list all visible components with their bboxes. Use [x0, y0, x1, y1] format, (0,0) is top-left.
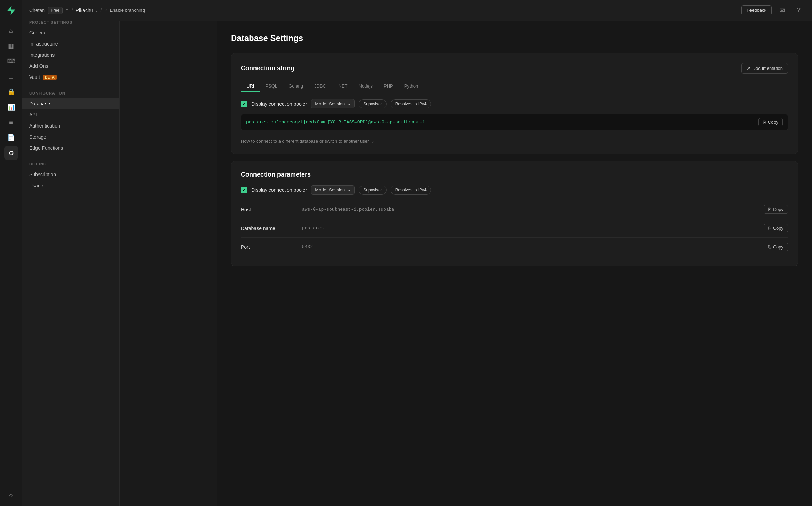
params-mode-select-chevron: ⌄ [347, 187, 351, 193]
rail-settings-icon[interactable]: ⚙ [4, 146, 18, 160]
topbar-notification-icon[interactable]: ✉ [776, 4, 788, 17]
sidebar-item-general-label: General [29, 30, 47, 35]
copy-port-icon: ⎘ [768, 244, 771, 250]
param-host-value: aws-0-ap-southeast-1.pooler.supaba [302, 207, 758, 212]
tab-jdbc[interactable]: JDBC [309, 81, 332, 92]
sidebar-item-integrations-label: Integrations [29, 52, 55, 58]
rail-reports-icon[interactable]: 📊 [4, 100, 18, 114]
copy-dbname-label: Copy [773, 226, 783, 231]
sidebar-item-database[interactable]: Database [22, 98, 119, 109]
vault-beta-badge: BETA [43, 75, 57, 80]
param-row-dbname: Database name postgres ⎘ Copy [241, 219, 788, 238]
how-to-connect-chevron: ⌄ [371, 139, 375, 144]
topbar-project-name[interactable]: Pikachu ⌄ [76, 8, 98, 13]
connection-string-resolves-pill[interactable]: Resolves to IPv4 [391, 99, 431, 108]
documentation-button[interactable]: ↗ Documentation [741, 63, 788, 74]
topbar-project-name-text: Pikachu [76, 8, 93, 13]
tab-golang[interactable]: Golang [283, 81, 309, 92]
connection-params-pooler-label: Display connection pooler [251, 187, 307, 193]
sidebar-item-usage-label: Usage [29, 183, 43, 188]
connection-params-card-header: Connection parameters [241, 171, 788, 178]
sidebar-item-infrastructure[interactable]: Infrastructure [22, 38, 119, 49]
topbar-help-icon[interactable]: ? [793, 4, 805, 17]
how-to-connect-label: How to connect to a different database o… [241, 139, 369, 144]
connection-string-value: postgres.oufengaeoqztjocdxfsm:[YOUR-PASS… [246, 120, 755, 125]
sidebar-item-edge-functions[interactable]: Edge Functions [22, 142, 119, 154]
logo[interactable] [5, 4, 17, 17]
sidebar-item-authentication[interactable]: Authentication [22, 120, 119, 131]
tab-uri[interactable]: URI [241, 81, 260, 92]
how-to-connect-row[interactable]: How to connect to a different database o… [241, 136, 788, 144]
sidebar-section-billing: BILLING Subscription Usage [22, 162, 119, 191]
topbar-right: Feedback ✉ ? [741, 4, 805, 17]
connection-string-field: postgres.oufengaeoqztjocdxfsm:[YOUR-PASS… [241, 114, 788, 130]
sidebar-item-subscription-label: Subscription [29, 172, 56, 177]
sidebar-item-api-label: API [29, 112, 37, 117]
connection-params-supavisor-pill[interactable]: Supavisor [359, 186, 386, 195]
rail-search-icon[interactable]: ⌕ [4, 488, 18, 502]
rail-table-icon[interactable]: ▦ [4, 39, 18, 53]
connection-params-pooler-checkbox[interactable] [241, 187, 247, 193]
copy-host-icon: ⎘ [768, 207, 771, 212]
copy-port-label: Copy [773, 244, 783, 250]
tab-nodejs[interactable]: Nodejs [353, 81, 378, 92]
rail-storage-icon[interactable]: □ [4, 70, 18, 83]
tab-python[interactable]: Python [399, 81, 424, 92]
connection-string-copy-button[interactable]: ⎘ Copy [758, 118, 783, 126]
mode-select-chevron: ⌄ [347, 101, 351, 106]
param-port-copy-button[interactable]: ⎘ Copy [764, 243, 788, 251]
sidebar-item-vault[interactable]: Vault BETA [22, 72, 119, 83]
topbar-project-chevron[interactable]: ⌄ [65, 8, 69, 13]
connection-string-pooler-row: Display connection pooler Mode: Session … [241, 99, 788, 108]
topbar-project-chevron-down: ⌄ [95, 8, 98, 13]
topbar-branch-btn[interactable]: ⑂ Enable branching [105, 8, 145, 13]
rail-auth-icon[interactable]: 🔒 [4, 85, 18, 99]
sidebar-item-infrastructure-label: Infrastructure [29, 41, 58, 47]
sidebar-item-database-label: Database [29, 101, 50, 106]
connection-params-card: Connection parameters Display connection… [231, 161, 798, 266]
rail-home-icon[interactable]: ⌂ [4, 24, 18, 38]
connection-string-tabs: URI PSQL Golang JDBC .NET Nodejs PHP Pyt… [241, 81, 788, 92]
sidebar-item-storage[interactable]: Storage [22, 131, 119, 142]
connection-string-supavisor-pill[interactable]: Supavisor [359, 99, 386, 108]
sidebar-item-integrations[interactable]: Integrations [22, 49, 119, 60]
connection-string-pooler-checkbox[interactable] [241, 101, 247, 107]
sidebar-section-configuration-title: CONFIGURATION [22, 91, 119, 98]
connection-params-mode-select[interactable]: Mode: Session ⌄ [311, 185, 355, 195]
rail-docs-icon[interactable]: 📄 [4, 131, 18, 145]
sidebar-item-addons[interactable]: Add Ons [22, 60, 119, 72]
params-mode-select-label: Mode: Session [315, 187, 345, 193]
rail-logs-icon[interactable]: ≡ [4, 115, 18, 129]
tab-php[interactable]: PHP [378, 81, 399, 92]
param-port-label: Port [241, 244, 297, 250]
feedback-button[interactable]: Feedback [741, 5, 772, 15]
branch-icon: ⑂ [105, 8, 107, 13]
copy-host-label: Copy [773, 207, 783, 212]
tab-psql[interactable]: PSQL [260, 81, 283, 92]
branch-label: Enable branching [109, 8, 145, 13]
external-link-icon: ↗ [747, 66, 750, 71]
rail-terminal-icon[interactable]: ⌨ [4, 54, 18, 68]
sidebar-item-vault-label: Vault [29, 74, 40, 80]
doc-btn-label: Documentation [753, 66, 783, 71]
sidebar-section-project-settings-title: PROJECT SETTINGS [22, 20, 119, 27]
sidebar-item-subscription[interactable]: Subscription [22, 169, 119, 180]
copy-dbname-icon: ⎘ [768, 226, 771, 231]
connection-params-resolves-pill[interactable]: Resolves to IPv4 [391, 186, 431, 195]
sidebar-item-general[interactable]: General [22, 27, 119, 38]
param-host-copy-button[interactable]: ⎘ Copy [764, 205, 788, 214]
icon-rail: ⌂ ▦ ⌨ □ 🔒 📊 ≡ 📄 ⚙ ⌕ [0, 0, 22, 506]
tab-net[interactable]: .NET [332, 81, 353, 92]
param-row-host: Host aws-0-ap-southeast-1.pooler.supaba … [241, 200, 788, 219]
sidebar-item-usage[interactable]: Usage [22, 180, 119, 191]
topbar-free-badge: Free [48, 7, 63, 14]
connection-string-mode-select[interactable]: Mode: Session ⌄ [311, 99, 355, 108]
connection-string-title: Connection string [241, 65, 294, 72]
topbar-slash-2: / [101, 8, 102, 13]
main-content: Database Settings Connection string ↗ Do… [217, 21, 812, 506]
param-dbname-copy-button[interactable]: ⎘ Copy [764, 224, 788, 232]
sidebar-item-api[interactable]: API [22, 109, 119, 120]
sidebar-item-authentication-label: Authentication [29, 123, 60, 129]
connection-params-pooler-row: Display connection pooler Mode: Session … [241, 185, 788, 195]
sidebar-item-storage-label: Storage [29, 134, 46, 140]
